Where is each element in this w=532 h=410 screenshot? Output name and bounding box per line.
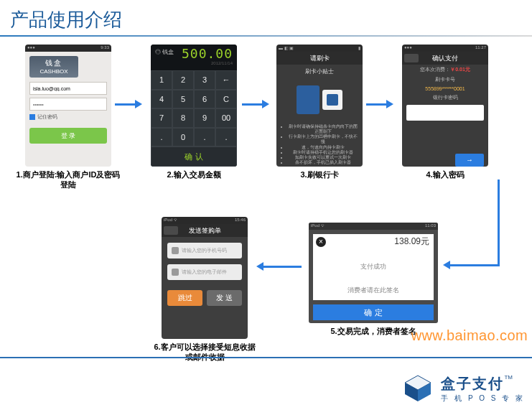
card-icon <box>297 85 319 114</box>
swipe-illustration <box>276 78 363 121</box>
caption-3: 3.刷银行卡 <box>266 169 373 180</box>
password-field[interactable] <box>406 105 484 121</box>
card-number: 555899******0001 <box>402 85 488 93</box>
back-button[interactable] <box>404 54 419 62</box>
step-3: ▬ ◧ ▣▮ 请刷卡 刷卡小贴士 刷卡时请确保持磁条卡向内向下的面正面朝下 行卡… <box>266 45 373 180</box>
caption-2: 2.输入交易金额 <box>140 169 248 180</box>
flow-row-1: ●●●9:33 钱盒 CASHBOX 记住密码 登 录 1.商户登陆:输入商户I… <box>14 45 517 202</box>
page-title: 产品使用介绍 <box>0 0 532 35</box>
caption-1: 1.商户登陆:输入商户ID及密码登陆 <box>14 169 122 190</box>
step-2: ◎ 钱盒 500.00 2012/11/14 1 2 3 ← 4 5 6 C 7… <box>140 45 248 180</box>
signature-amount: 138.09元 <box>313 234 434 248</box>
note-item: 刷卡时请持稳手机让您的刷卡器 <box>288 150 358 155</box>
mail-icon <box>172 269 179 276</box>
status-bar: iPod ᯤ15:46 <box>162 217 248 224</box>
footer-brand: 盒子支付TM 手 机 P O S 专 家 <box>402 373 525 404</box>
signature-screen: iPod ᯤ11:03 × 138.09元 支付成功 消费者请在此签名 确 定 <box>309 223 438 323</box>
footer-divider <box>0 357 532 358</box>
receipt-screen: iPod ᯤ15:46 发送签购单 请输入您的手机号码 请输入您的电子邮件 跳过… <box>162 217 248 339</box>
confirm-signature-button[interactable]: 确 定 <box>313 304 434 320</box>
brand-tagline: 手 机 P O S 专 家 <box>441 393 525 404</box>
status-bar: ●●●9:33 <box>25 45 111 52</box>
note-item: 如刷卡失败可以重试一次刷卡 <box>288 155 358 160</box>
signature-canvas[interactable]: × 138.09元 支付成功 消费者请在此签名 <box>313 234 434 300</box>
confirm-title: 确认支付 <box>402 52 488 65</box>
card-label: 刷卡卡号 <box>402 75 488 85</box>
remember-checkbox[interactable]: 记住密码 <box>29 113 107 121</box>
note-item: 条不损坏，手机已插入刷卡器 <box>288 160 358 165</box>
phone-input[interactable]: 请输入您的手机号码 <box>167 243 242 258</box>
back-button[interactable] <box>164 226 178 235</box>
receipt-title: 发送签购单 <box>162 224 248 237</box>
status-bar: ●●●11:27 <box>402 45 488 52</box>
status-bar: iPod ᯤ11:03 <box>309 223 438 230</box>
brand-logo-icon <box>402 373 434 404</box>
phone-icon <box>172 247 179 254</box>
amount-row: 您本次消费：￥0.01元 <box>402 65 488 75</box>
step-5: iPod ᯤ11:03 × 138.09元 支付成功 消费者请在此签名 确 定 … <box>302 223 445 336</box>
submit-button[interactable]: → <box>455 154 484 167</box>
title-divider <box>0 35 532 37</box>
success-text: 支付成功 <box>313 262 434 271</box>
swipe-notes: 刷卡时请确保持磁条卡向内向下的面正面朝下 行卡刷卡上方的凹槽中刷卡，不快不慢 速… <box>276 121 363 167</box>
selection-outline <box>151 45 237 167</box>
flow-row-2: iPod ᯤ11:03 × 138.09元 支付成功 消费者请在此签名 确 定 … <box>0 223 532 366</box>
close-icon[interactable]: × <box>316 237 326 247</box>
caption-6: 6.客户可以选择接受短息收据或邮件收据 <box>151 342 258 363</box>
merchant-id-input[interactable] <box>29 82 107 95</box>
app-logo: 钱盒 CASHBOX <box>29 56 78 78</box>
login-button[interactable]: 登 录 <box>29 128 107 144</box>
signature-prompt: 消费者请在此签名 <box>313 286 434 295</box>
swipe-subtitle: 刷卡小贴士 <box>276 65 363 78</box>
watermark: www.baimao.com <box>411 327 528 344</box>
note-item: 行卡刷卡上方的凹槽中刷卡，不快不慢 <box>288 134 358 144</box>
password-label: 银行卡密码 <box>402 93 488 103</box>
step-1: ●●●9:33 钱盒 CASHBOX 记住密码 登 录 1.商户登陆:输入商户I… <box>14 45 122 190</box>
confirm-screen: ●●●11:27 确认支付 您本次消费：￥0.01元 刷卡卡号 555899**… <box>402 45 488 167</box>
brand-tm: TM <box>504 374 513 381</box>
reader-icon <box>322 90 342 110</box>
send-button[interactable]: 发 送 <box>207 290 242 306</box>
arrow-5-6 <box>262 266 302 268</box>
brand-name: 盒子支付 <box>441 376 504 391</box>
keypad-screen: ◎ 钱盒 500.00 2012/11/14 1 2 3 ← 4 5 6 C 7… <box>151 45 237 167</box>
email-input[interactable]: 请输入您的电子邮件 <box>167 264 242 280</box>
swipe-title: 请刷卡 <box>276 52 363 65</box>
note-item: 刷卡时请确保持磁条卡向内向下的面正面朝下 <box>288 124 358 134</box>
note-item: 速，匀速向内持卡刷卡 <box>288 145 358 150</box>
login-screen: ●●●9:33 钱盒 CASHBOX 记住密码 登 录 <box>25 45 111 167</box>
step-6: iPod ᯤ15:46 发送签购单 请输入您的手机号码 请输入您的电子邮件 跳过… <box>151 217 258 363</box>
caption-4: 4.输入密码 <box>391 169 499 180</box>
status-bar: ▬ ◧ ▣▮ <box>276 45 363 52</box>
password-input[interactable] <box>29 98 107 111</box>
skip-button[interactable]: 跳过 <box>167 290 202 306</box>
swipe-screen: ▬ ◧ ▣▮ 请刷卡 刷卡小贴士 刷卡时请确保持磁条卡向内向下的面正面朝下 行卡… <box>276 45 363 167</box>
check-icon <box>29 114 35 120</box>
step-4: ●●●11:27 确认支付 您本次消费：￥0.01元 刷卡卡号 555899**… <box>391 45 499 180</box>
